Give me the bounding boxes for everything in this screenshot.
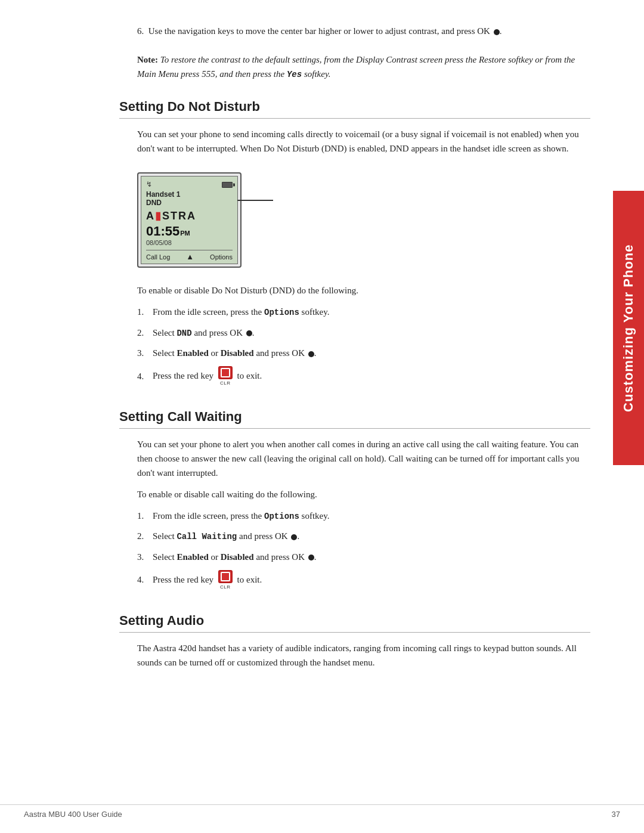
callwaiting-code: Call Waiting <box>177 532 237 541</box>
cw-disabled-bold: Disabled <box>221 552 254 562</box>
phone-mockup-wrapper: ↯ Handset 1 DND <box>137 163 242 277</box>
dnd-step-1: 1. From the idle screen, press the Optio… <box>137 305 590 319</box>
dnd-step-4: 4. Press the red key CLR to exit. <box>137 366 590 388</box>
callwaiting-intro1: You can set your phone to alert you when… <box>137 437 590 480</box>
phone-status-bar: ↯ <box>146 180 233 189</box>
cw-enabled-bold: Enabled <box>177 552 208 562</box>
audio-section: Setting Audio The Aastra 420d handset ha… <box>119 613 590 670</box>
audio-heading: Setting Audio <box>119 613 590 633</box>
softkey-right: Options <box>210 253 233 261</box>
content-area: 6. Use the navigation keys to move the c… <box>119 24 596 670</box>
dnd-arrow-line <box>237 200 273 201</box>
dnd-step-3: 3. Select Enabled or Disabled and press … <box>137 346 590 360</box>
page-footer: Aastra MBU 400 User Guide 37 <box>0 804 644 819</box>
red-key-icon-dnd: CLR <box>218 366 233 388</box>
dnd-heading: Setting Do Not Disturb <box>119 99 590 119</box>
phone-date: 08/05/08 <box>146 239 233 246</box>
dnd-section-body: You can set your phone to send incoming … <box>137 127 590 388</box>
ok-bullet-3 <box>308 351 314 357</box>
dnd-section: Setting Do Not Disturb You can set your … <box>119 99 590 388</box>
audio-intro: The Aastra 420d handset has a variety of… <box>137 641 590 670</box>
phone-dnd: DND <box>146 199 233 207</box>
step-num: 1. <box>137 509 153 523</box>
dnd-intro: You can set your phone to send incoming … <box>137 127 590 156</box>
red-key-box-cw <box>218 570 233 583</box>
phone-handset-label: Handset 1 <box>146 190 233 199</box>
ok-bullet-cw3 <box>308 555 314 561</box>
step-num: 3. <box>137 550 153 564</box>
phone-screen: ↯ Handset 1 DND <box>137 172 242 268</box>
dnd-enable-intro: To enable or disable Do Not Disturb (DND… <box>137 283 590 298</box>
step6-text: 6. Use the navigation keys to move the c… <box>137 24 590 38</box>
ok-bullet-cw2 <box>291 534 297 540</box>
cw-step-4: 4. Press the red key CLR to exit. <box>137 570 590 592</box>
phone-screen-inner: ↯ Handset 1 DND <box>141 176 238 264</box>
step-num: 4. <box>137 572 153 587</box>
red-key-icon-cw: CLR <box>218 570 233 592</box>
footer-left: Aastra MBU 400 User Guide <box>24 810 122 819</box>
phone-softkeys: Call Log ▲ Options <box>146 250 233 261</box>
phone-time: 01:55PM <box>146 224 233 239</box>
options-code-cw: Options <box>264 512 299 521</box>
callwaiting-intro2: To enable or disable call waiting do the… <box>137 487 590 501</box>
dnd-container: DND <box>146 199 233 207</box>
red-key-label: CLR <box>220 380 231 388</box>
intro-step6: 6. Use the navigation keys to move the c… <box>119 24 590 38</box>
ok-bullet-intro <box>494 29 500 35</box>
step-num: 1. <box>137 305 153 319</box>
callwaiting-heading: Setting Call Waiting <box>119 409 590 429</box>
options-code-dnd: Options <box>264 308 299 317</box>
cw-step-3: 3. Select Enabled or Disabled and press … <box>137 550 590 564</box>
callwaiting-section-body: You can set your phone to alert you when… <box>137 437 590 592</box>
step-num: 4. <box>137 369 153 383</box>
footer-right: 37 <box>612 810 620 819</box>
callwaiting-section: Setting Call Waiting You can set your ph… <box>119 409 590 592</box>
softkey-arrow: ▲ <box>186 252 194 261</box>
callwaiting-steps: 1. From the idle screen, press the Optio… <box>137 509 590 592</box>
phone-time-suffix: PM <box>180 230 190 237</box>
dnd-steps: 1. From the idle screen, press the Optio… <box>137 305 590 388</box>
side-tab: Customizing Your Phone <box>613 191 644 465</box>
phone-logo: A▮STRA <box>146 209 233 222</box>
enabled-bold: Enabled <box>177 348 208 358</box>
note-text: To restore the contrast to the default s… <box>137 55 575 79</box>
audio-section-body: The Aastra 420d handset has a variety of… <box>137 641 590 670</box>
step-num: 3. <box>137 346 153 360</box>
softkey-left: Call Log <box>146 253 170 261</box>
note-label: Note: <box>137 55 158 64</box>
page-wrapper: Customizing Your Phone 6. Use the naviga… <box>0 0 644 833</box>
disabled-bold: Disabled <box>221 348 254 358</box>
yes-code: Yes <box>287 70 302 79</box>
ok-bullet-2 <box>246 330 252 336</box>
antenna-icon: ↯ <box>146 180 152 189</box>
battery-icon <box>222 182 233 188</box>
dnd-code: DND <box>177 329 191 338</box>
red-key-label-cw: CLR <box>220 584 231 592</box>
red-key-box <box>218 366 233 379</box>
dnd-step-2: 2. Select DND and press OK . <box>137 326 590 340</box>
step-num: 2. <box>137 326 153 340</box>
step-num: 2. <box>137 529 153 543</box>
cw-step-2: 2. Select Call Waiting and press OK . <box>137 529 590 543</box>
note-block: Note: To restore the contrast to the def… <box>137 52 590 81</box>
cw-step-1: 1. From the idle screen, press the Optio… <box>137 509 590 523</box>
